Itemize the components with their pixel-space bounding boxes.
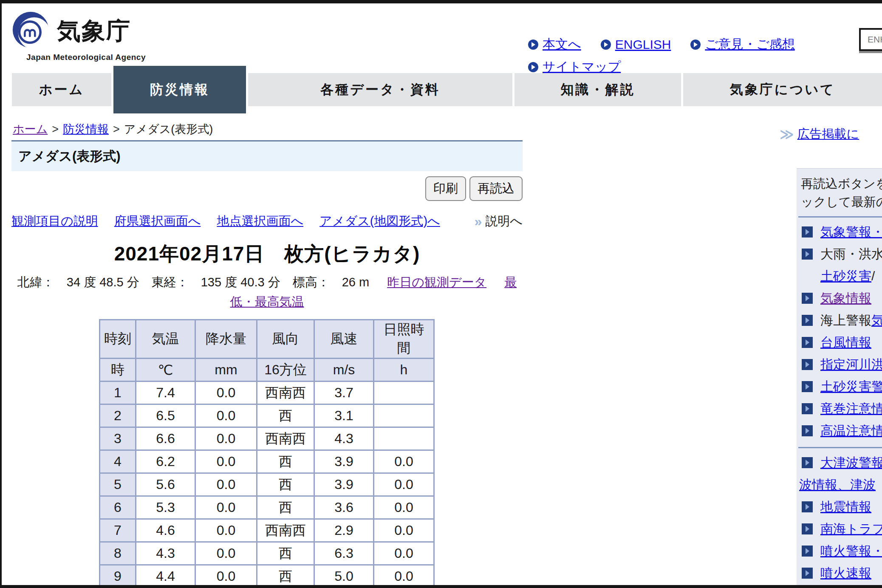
utility-row-1: 本文へENGLISHご意見・ご感想 bbox=[528, 36, 851, 53]
nav-tab-1[interactable]: ホーム bbox=[12, 73, 111, 106]
arrow-circle-icon bbox=[690, 40, 701, 50]
button-row: 印刷 再読込 bbox=[11, 176, 523, 201]
sidebar-item-link[interactable]: 気象情報 bbox=[820, 290, 871, 307]
sidebar-item-link[interactable]: 台風情報 bbox=[820, 334, 871, 351]
sidebar-item-link[interactable]: 気象警報・ bbox=[820, 223, 882, 241]
table-cell: m/s bbox=[314, 359, 374, 382]
nav-tab-4[interactable]: 知識・解説 bbox=[514, 73, 681, 106]
table-cell: 0.0 bbox=[195, 542, 257, 565]
breadcrumb-item[interactable]: ホーム bbox=[13, 123, 48, 136]
sidebar-item-link[interactable]: 噴火警報・ bbox=[820, 543, 882, 560]
table-cell: 0.0 bbox=[374, 565, 434, 588]
utility-link-label[interactable]: ご意見・ご感想 bbox=[705, 36, 794, 53]
arrow-circle-icon bbox=[528, 62, 538, 72]
arrow-square-icon bbox=[802, 249, 813, 260]
ad-link[interactable]: 広告掲載に bbox=[797, 126, 859, 143]
explain-link[interactable]: » 説明へ bbox=[475, 213, 523, 230]
utility-link-label[interactable]: 本文へ bbox=[543, 36, 581, 53]
minmax-temp-link-wrap[interactable]: 低・最高気温 bbox=[230, 295, 304, 308]
table-cell: 0.0 bbox=[374, 542, 434, 565]
arrow-square-icon bbox=[802, 457, 813, 468]
table-cell: 0.0 bbox=[195, 450, 257, 473]
quick-link[interactable]: 府県選択画面へ bbox=[114, 213, 201, 230]
jma-logo[interactable]: 気象庁 Japan Meteorological Agency bbox=[12, 11, 146, 62]
window-edge-left bbox=[0, 0, 2, 588]
sidebar-item: 気象情報 bbox=[798, 287, 882, 309]
table-cell: mm bbox=[195, 359, 257, 382]
nav-tab-2[interactable]: 防災情報 bbox=[113, 66, 246, 113]
table-cell: 西 bbox=[257, 496, 314, 519]
chevron-right-icon: » bbox=[475, 215, 482, 228]
table-cell: h bbox=[374, 359, 434, 382]
sidebar-item-link[interactable]: 指定河川洪 bbox=[820, 356, 882, 373]
sidebar-item: 南海トラフ bbox=[798, 518, 882, 540]
breadcrumb-item[interactable]: 防災情報 bbox=[63, 123, 109, 136]
station-coordinates: 北緯： 34 度 48.5 分 東経： 135 度 40.3 分 標高： 26 … bbox=[17, 275, 369, 289]
sidebar-item-link[interactable]: 気 bbox=[871, 312, 882, 329]
sidebar-item-link[interactable]: 噴火速報 bbox=[820, 565, 871, 582]
quick-link[interactable]: 観測項目の説明 bbox=[11, 213, 98, 230]
sidebar-item-link[interactable]: 土砂災害 bbox=[820, 268, 871, 285]
sidebar-separator bbox=[798, 216, 882, 218]
table-cell: 6 bbox=[100, 496, 136, 519]
table-cell bbox=[374, 427, 434, 450]
table-cell: 0.0 bbox=[374, 473, 434, 496]
search-box-text: ENHA bbox=[868, 34, 882, 45]
quick-links: 観測項目の説明府県選択画面へ地点選択画面へアメダス(地図形式)へ bbox=[11, 213, 440, 230]
table-cell: 西 bbox=[257, 450, 314, 473]
table-cell: 6.2 bbox=[136, 450, 195, 473]
sidebar-item-link[interactable]: 土砂災害警 bbox=[820, 378, 882, 396]
yesterday-data-link[interactable]: 昨日の観測データ bbox=[387, 275, 486, 289]
sidebar-item-link[interactable]: 大津波警報・津 bbox=[820, 454, 882, 472]
breadcrumb: ホーム>防災情報>アメダス(表形式) bbox=[13, 122, 213, 137]
sidebar-item-link[interactable]: 南海トラフ bbox=[820, 520, 882, 538]
table-cell: 16方位 bbox=[257, 359, 314, 382]
quick-link[interactable]: アメダス(地図形式)へ bbox=[319, 213, 440, 230]
table-row: 46.20.0西3.90.0 bbox=[100, 450, 434, 473]
reload-button[interactable]: 再読込 bbox=[469, 176, 523, 201]
table-cell: 西南西 bbox=[257, 382, 314, 404]
utility-link-label[interactable]: ENGLISH bbox=[615, 37, 671, 52]
table-cell: 4.3 bbox=[136, 542, 195, 565]
sidebar-item: 波情報、津波 bbox=[798, 474, 882, 496]
table-cell: 0.0 bbox=[195, 382, 257, 404]
table-row: 84.30.0西6.30.0 bbox=[100, 542, 434, 565]
quick-link[interactable]: 地点選択画面へ bbox=[217, 213, 303, 230]
sidebar-separator bbox=[798, 447, 882, 448]
table-cell: 5.3 bbox=[136, 496, 195, 519]
reload-notice-line: ックして最新の情 bbox=[801, 193, 882, 211]
arrow-square-icon bbox=[802, 359, 813, 370]
table-row: 時℃mm16方位m/sh bbox=[100, 359, 434, 382]
sidebar-item: 海上警報 気 bbox=[798, 309, 882, 331]
amedas-table-body: 時刻気温降水量風向風速日照時間時℃mm16方位m/sh17.40.0西南西3.7… bbox=[100, 320, 434, 588]
table-row: 74.60.0西南西2.90.0 bbox=[100, 519, 434, 542]
ad-link-row: ≫ 広告掲載に bbox=[780, 126, 882, 143]
arrow-circle-icon bbox=[528, 40, 538, 50]
arrow-square-icon bbox=[802, 315, 813, 326]
sidebar-item: 大津波警報・津 bbox=[798, 452, 882, 474]
table-row: 17.40.0西南西3.7 bbox=[100, 382, 434, 404]
sidebar-item-link[interactable]: 竜巻注意情 bbox=[820, 400, 882, 418]
sidebar-item-link[interactable]: 波情報、津波 bbox=[799, 476, 876, 494]
minmax-temp-link[interactable]: 最 bbox=[504, 275, 517, 289]
sidebar-item-link[interactable]: 高温注意情 bbox=[820, 422, 882, 440]
table-cell: 0.0 bbox=[195, 404, 257, 427]
table-cell: 時 bbox=[100, 359, 136, 382]
site-search-box[interactable]: ENHA bbox=[859, 28, 882, 51]
nav-tab-3[interactable]: 各種データ・資料 bbox=[248, 73, 512, 106]
main-content: アメダス(表形式) 印刷 再読込 観測項目の説明府県選択画面へ地点選択画面へアメ… bbox=[11, 140, 523, 588]
arrow-square-icon bbox=[802, 381, 813, 392]
table-cell: 3.7 bbox=[314, 382, 374, 404]
jma-logo-icon bbox=[12, 11, 51, 52]
print-button[interactable]: 印刷 bbox=[425, 176, 466, 201]
sidebar-item-text: / bbox=[871, 269, 875, 283]
table-cell: 西 bbox=[257, 565, 314, 588]
nav-tab-5[interactable]: 気象庁について bbox=[683, 73, 882, 106]
sidebar-item: 高温注意情 bbox=[798, 420, 882, 442]
table-cell: 4.3 bbox=[314, 427, 374, 450]
table-cell: 西 bbox=[257, 473, 314, 496]
table-cell: 2.9 bbox=[314, 519, 374, 542]
table-cell: 7 bbox=[100, 519, 136, 542]
table-cell: 気温 bbox=[136, 320, 195, 359]
sidebar-item-link[interactable]: 地震情報 bbox=[820, 498, 871, 516]
